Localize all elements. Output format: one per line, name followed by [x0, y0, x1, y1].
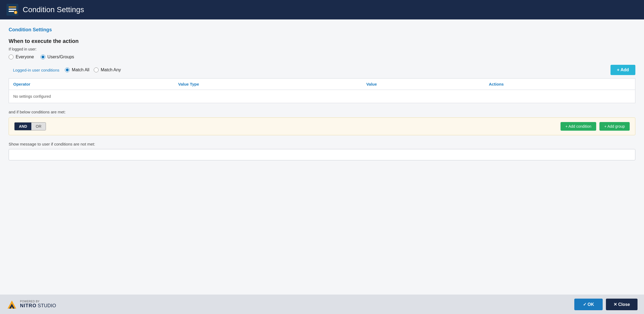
match-all-label: Match All [72, 67, 89, 72]
no-settings-row: No settings configured [9, 90, 635, 103]
and-or-toggle: AND OR [14, 122, 46, 130]
logged-in-label: If logged in user: [9, 47, 635, 51]
or-button[interactable]: OR [31, 123, 46, 130]
main-content: Condition Settings When to execute the a… [0, 19, 644, 295]
show-message-section: Show message to user if conditions are n… [9, 142, 635, 160]
svg-rect-6 [15, 13, 16, 14]
user-type-radio-group: Everyone Users/Groups [9, 55, 635, 59]
col-value-type: Value Type [174, 79, 362, 90]
nitro-studio-label: NITRO STUDIO [20, 303, 56, 309]
match-all-radio[interactable] [65, 67, 70, 72]
header: Condition Settings [0, 0, 644, 19]
conditions-row: Logged-in user conditions Match All Matc… [9, 65, 635, 75]
show-message-label: Show message to user if conditions are n… [9, 142, 635, 146]
and-or-container: AND OR + Add condition + Add group [9, 117, 635, 135]
add-button[interactable]: + Add [611, 65, 635, 75]
match-radio-group: Match All Match Any [65, 67, 121, 72]
conditions-table: Operator Value Type Value Actions No set… [9, 78, 635, 103]
subsection-title: When to execute the action [9, 38, 635, 44]
close-button[interactable]: ✕ Close [606, 299, 638, 310]
users-groups-radio-item[interactable]: Users/Groups [41, 55, 74, 59]
col-actions: Actions [485, 79, 635, 90]
everyone-label: Everyone [16, 55, 34, 59]
svg-rect-2 [9, 9, 16, 10]
users-groups-radio[interactable] [41, 55, 45, 59]
everyone-radio-item[interactable]: Everyone [9, 55, 34, 59]
studio-text: STUDIO [38, 303, 56, 308]
match-any-radio[interactable] [94, 67, 99, 72]
condition-settings-icon [6, 4, 18, 16]
message-input[interactable] [9, 149, 635, 160]
add-condition-button[interactable]: + Add condition [561, 122, 596, 131]
footer-logo-text: Powered by NITRO STUDIO [20, 300, 56, 309]
logged-in-conditions-link[interactable]: Logged-in user conditions [13, 68, 59, 72]
add-group-button[interactable]: + Add group [599, 122, 630, 131]
footer: Powered by NITRO STUDIO ✓ OK ✕ Close [0, 295, 644, 314]
and-button[interactable]: AND [15, 123, 31, 130]
section-title: Condition Settings [9, 27, 635, 33]
nitro-text: NITRO [20, 303, 36, 308]
nitro-logo-icon [6, 299, 17, 310]
table-header-row: Operator Value Type Value Actions [9, 79, 635, 90]
footer-buttons: ✓ OK ✕ Close [574, 299, 638, 310]
match-any-item[interactable]: Match Any [94, 67, 121, 72]
no-settings-message: No settings configured [9, 90, 635, 103]
col-value: Value [362, 79, 485, 90]
svg-rect-5 [15, 12, 16, 13]
page-title: Condition Settings [23, 5, 84, 14]
col-operator: Operator [9, 79, 174, 90]
footer-logo: Powered by NITRO STUDIO [6, 299, 56, 310]
match-all-item[interactable]: Match All [65, 67, 89, 72]
below-conditions-section: and if below conditions are met: AND OR … [9, 110, 635, 135]
svg-rect-3 [9, 11, 14, 12]
conditions-left: Logged-in user conditions Match All Matc… [13, 67, 121, 72]
match-any-label: Match Any [101, 67, 121, 72]
users-groups-label: Users/Groups [48, 55, 74, 59]
svg-rect-1 [9, 6, 16, 8]
ok-button[interactable]: ✓ OK [574, 299, 603, 310]
powered-by-label: Powered by [20, 300, 56, 303]
and-or-right: + Add condition + Add group [561, 122, 630, 131]
everyone-radio[interactable] [9, 55, 14, 59]
below-conditions-label: and if below conditions are met: [9, 110, 635, 114]
